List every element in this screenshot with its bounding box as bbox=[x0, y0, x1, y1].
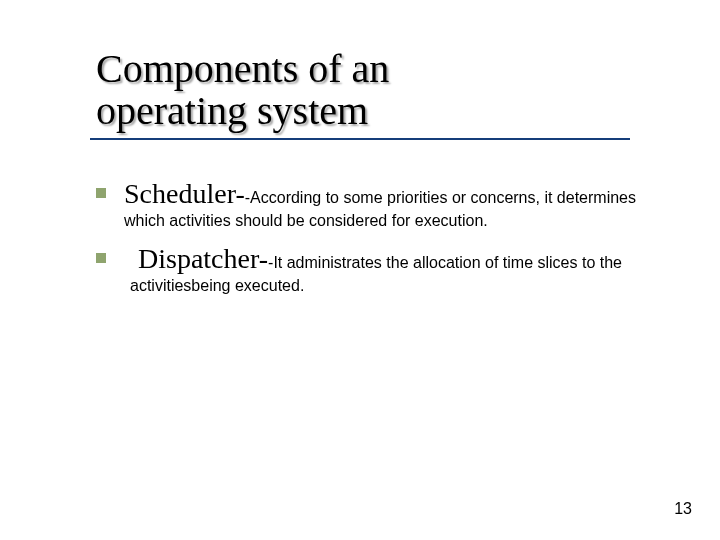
list-item: Scheduler--According to some priorities … bbox=[96, 176, 636, 231]
list-item: Dispatcher--It administrates the allocat… bbox=[96, 241, 636, 296]
slide-title: Components of an operating system bbox=[96, 48, 720, 132]
content-area: Scheduler--According to some priorities … bbox=[96, 176, 636, 296]
title-line-1: Components of an bbox=[96, 46, 389, 91]
list-item-body: Dispatcher--It administrates the allocat… bbox=[124, 241, 636, 296]
slide: Components of an operating system Schedu… bbox=[0, 0, 720, 540]
term-scheduler: Scheduler- bbox=[124, 178, 245, 209]
list-item-body: Scheduler--According to some priorities … bbox=[124, 176, 636, 231]
title-line-2: operating system bbox=[96, 88, 368, 133]
square-bullet-icon bbox=[96, 253, 106, 263]
title-underline bbox=[90, 138, 630, 140]
page-number: 13 bbox=[674, 500, 692, 518]
square-bullet-icon bbox=[96, 188, 106, 198]
term-dispatcher: Dispatcher- bbox=[138, 243, 268, 274]
